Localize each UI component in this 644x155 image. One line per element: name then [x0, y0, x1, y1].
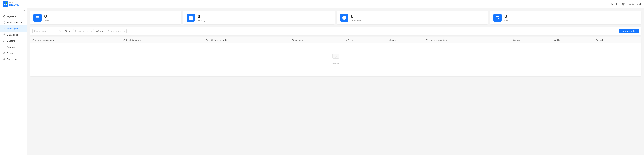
- db-icon: [3, 33, 6, 36]
- stat-card-total: 0 Total: [30, 11, 181, 24]
- table-header: Consumer group name Subscription owners …: [30, 37, 641, 43]
- logo-icon: [3, 1, 8, 7]
- sidebar-item-datanodes-label: DataNodes: [7, 33, 24, 36]
- sidebar-item-datanodes[interactable]: DataNodes: [0, 32, 27, 38]
- stat-info-total: 0 Total: [44, 14, 48, 22]
- logo: Apache INLONG: [3, 1, 20, 7]
- stat-card-reject: 0 Reject: [490, 11, 641, 24]
- no-data-text: No data: [332, 62, 340, 64]
- no-data: No data: [32, 45, 639, 75]
- col-creator: Creator: [511, 37, 551, 43]
- edit-icon: [3, 15, 6, 18]
- svg-point-2: [612, 3, 612, 4]
- sidebar-item-ingestion[interactable]: Ingestion: [0, 13, 27, 19]
- col-consumer-group-name: Consumer group name: [30, 37, 121, 43]
- stat-card-pending: 0 Pending: [183, 11, 334, 24]
- col-modifier: Modifier: [551, 37, 593, 43]
- svg-rect-21: [3, 58, 4, 59]
- col-subscription-owners: Subscription owners: [121, 37, 203, 43]
- location-icon[interactable]: [610, 2, 614, 5]
- sync-icon: [3, 21, 6, 24]
- stat-label-pending: Pending: [198, 19, 205, 21]
- svg-point-13: [3, 34, 5, 34]
- svg-line-18: [4, 41, 4, 41]
- sidebar-item-subscription-label: Subscription: [7, 27, 24, 30]
- user-circle-icon[interactable]: [622, 2, 625, 5]
- svg-rect-23: [4, 59, 5, 60]
- stat-number-reject: 0: [504, 14, 510, 19]
- main-content: 0 Total 0: [27, 8, 644, 155]
- mq-type-label: MQ type:: [96, 30, 104, 32]
- svg-rect-22: [4, 58, 5, 59]
- stat-icon-allocated: [340, 13, 348, 22]
- list-icon: [3, 27, 6, 30]
- chevron-down-icon-operation: ▾: [24, 58, 24, 60]
- svg-point-28: [60, 30, 61, 32]
- svg-line-29: [61, 31, 62, 32]
- svg-point-15: [3, 41, 4, 42]
- mq-type-select[interactable]: Please select: [106, 29, 126, 33]
- stat-info-reject: 0 Reject: [504, 14, 510, 22]
- stat-number-pending: 0: [198, 14, 205, 19]
- sidebar-item-clusters[interactable]: Clusters ▾: [0, 38, 27, 44]
- sidebar-item-approval[interactable]: Approval: [0, 44, 27, 50]
- col-mq-type: MQ type: [344, 37, 387, 43]
- svg-rect-3: [616, 3, 619, 5]
- col-recent-consume-time: Recent consume time: [424, 37, 511, 43]
- username: admin: [628, 3, 634, 5]
- stat-card-allocated: 0 Be allocated: [337, 11, 488, 24]
- col-status: Status: [387, 37, 424, 43]
- logo-text: Apache INLONG: [9, 2, 20, 6]
- stat-info-pending: 0 Pending: [198, 14, 205, 22]
- cluster-icon: [3, 39, 6, 42]
- approval-icon: [3, 45, 6, 48]
- svg-point-26: [190, 18, 191, 18]
- svg-point-6: [622, 3, 625, 5]
- sidebar-item-operation-label: Operation: [7, 58, 22, 60]
- stat-label-allocated: Be allocated: [351, 19, 362, 21]
- stat-label-total: Total: [44, 19, 48, 21]
- table-body: No data: [30, 43, 641, 76]
- stat-number-total: 0: [44, 14, 48, 19]
- empty-row: No data: [30, 43, 641, 76]
- sidebar-item-subscription[interactable]: Subscription: [0, 25, 27, 32]
- status-label: Status:: [65, 30, 72, 32]
- no-data-icon: [332, 52, 340, 60]
- new-subscribe-button[interactable]: New subscribe: [619, 29, 639, 33]
- tenant-name: publi: [637, 3, 641, 5]
- sidebar-item-operation[interactable]: Operation ▾: [0, 56, 27, 62]
- sidebar: Ingestion Synchronization Subscription: [0, 8, 27, 155]
- col-target-inlong-group-id: Target inlong group id: [203, 37, 290, 43]
- svg-rect-24: [3, 59, 4, 60]
- sidebar-collapse-button[interactable]: [0, 8, 27, 13]
- sidebar-item-approval-label: Approval: [7, 46, 24, 48]
- sidebar-item-clusters-label: Clusters: [7, 40, 22, 42]
- search-icon[interactable]: [59, 30, 62, 33]
- svg-point-14: [4, 40, 4, 40]
- stat-icon-total: [34, 13, 42, 22]
- status-select-wrap: Please select: [73, 29, 94, 33]
- system-icon: [3, 52, 6, 54]
- stat-info-allocated: 0 Be allocated: [351, 14, 362, 22]
- search-input[interactable]: [32, 29, 63, 33]
- app-layout: Apache INLONG admin publi: [0, 0, 644, 155]
- sidebar-item-synchronization-label: Synchronization: [7, 21, 24, 24]
- search-input-wrap: [32, 29, 63, 33]
- svg-point-20: [4, 53, 4, 53]
- top-bar: Apache INLONG admin publi: [0, 0, 644, 8]
- stats-row: 0 Total 0: [30, 11, 641, 24]
- sidebar-item-system-label: System: [7, 52, 22, 54]
- subscription-table: Consumer group name Subscription owners …: [30, 37, 641, 76]
- monitor-icon[interactable]: [616, 2, 619, 5]
- sidebar-item-system[interactable]: System ▾: [0, 50, 27, 56]
- top-bar-right: admin publi: [610, 2, 641, 5]
- stat-label-reject: Reject: [504, 19, 510, 21]
- stat-number-allocated: 0: [351, 14, 362, 19]
- table-wrap: Consumer group name Subscription owners …: [30, 37, 641, 76]
- stat-icon-reject: [494, 13, 502, 22]
- sidebar-item-synchronization[interactable]: Synchronization: [0, 19, 27, 25]
- status-select[interactable]: Please select: [73, 29, 94, 33]
- stat-icon-pending: [187, 13, 195, 22]
- col-topic-name: Topic name: [290, 37, 344, 43]
- filter-bar: Status: Please select MQ type: Please se…: [30, 27, 641, 35]
